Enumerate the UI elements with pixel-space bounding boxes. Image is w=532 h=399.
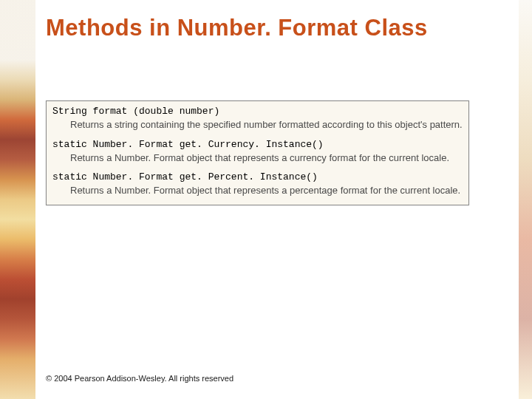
method-signature: static Number. Format get. Percent. Inst…: [52, 171, 463, 183]
method-entry: String format (double number) Returns a …: [52, 106, 463, 132]
method-description: Returns a Number. Format object that rep…: [70, 184, 463, 197]
methods-table: String format (double number) Returns a …: [46, 100, 469, 205]
method-entry: static Number. Format get. Percent. Inst…: [52, 171, 463, 197]
method-entry: static Number. Format get. Currency. Ins…: [52, 139, 463, 165]
left-border-decoration: [0, 0, 35, 399]
slide-content: Methods in Number. Format Class String f…: [46, 0, 510, 399]
method-signature: static Number. Format get. Currency. Ins…: [52, 139, 463, 150]
copyright-footer: © 2004 Pearson Addison-Wesley. All right…: [46, 374, 233, 383]
method-description: Returns a string containing the specifie…: [70, 118, 463, 132]
method-signature: String format (double number): [52, 106, 463, 117]
right-border-decoration: [519, 0, 532, 399]
method-description: Returns a Number. Format object that rep…: [70, 151, 463, 165]
slide-title: Methods in Number. Format Class: [46, 15, 510, 41]
